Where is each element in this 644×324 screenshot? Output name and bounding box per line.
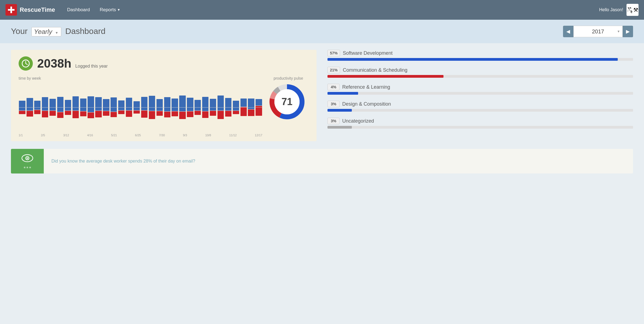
prev-year-button[interactable]: ◀ (563, 26, 573, 37)
bar-negative (210, 111, 216, 116)
stat-bar-fill (327, 58, 618, 61)
bar-positive (80, 99, 86, 111)
bar-positive (225, 98, 231, 111)
bar-positive (210, 99, 216, 111)
x-label: 11/12 (229, 134, 237, 137)
donut-chart: 71 (268, 83, 306, 121)
stat-bar-track (327, 92, 633, 95)
stats-container: 57% Software Development 21% Communicati… (327, 50, 633, 129)
banner-dot-3 (29, 167, 31, 168)
bar-negative (118, 111, 124, 114)
stat-name: Software Development (343, 50, 393, 56)
bar-negative (134, 111, 140, 114)
bar-positive (27, 98, 33, 111)
bar-positive (72, 96, 79, 111)
nav-right: Hello Jason! ⚒ (599, 4, 639, 16)
bar-positive (134, 101, 140, 110)
bar-negative (42, 111, 48, 117)
stat-row: 4% Reference & Learning (327, 84, 633, 95)
hours-summary: 2038h Logged this year (19, 56, 309, 71)
bar-positive (195, 100, 201, 111)
bar-negative (202, 111, 208, 118)
bar-positive (141, 97, 147, 110)
stat-name: Communication & Scheduling (343, 67, 407, 73)
tools-button[interactable]: ⚒ (626, 4, 639, 16)
logo: RescueTime (5, 4, 55, 16)
svg-line-4 (26, 63, 27, 65)
bar-negative (27, 111, 33, 117)
donut-section: productivity pulse (268, 76, 309, 121)
bar-negative (126, 111, 132, 117)
stat-header: 57% Software Development (327, 50, 633, 56)
period-selector-dropdown[interactable]: Yearly ▼ (31, 27, 61, 36)
banner-dot-1 (24, 167, 25, 168)
bar-negative (179, 112, 185, 119)
clock-icon (19, 56, 33, 71)
bar-positive (179, 96, 185, 111)
bar-positive (149, 96, 155, 111)
x-label: 3/12 (63, 134, 69, 137)
x-label: 10/8 (205, 134, 211, 137)
bar-negative (172, 111, 178, 116)
bar-negative (217, 111, 224, 119)
x-label: 9/3 (183, 134, 187, 137)
charts-row: time by week 1/12/53/124/165/216/257/309… (19, 76, 309, 137)
stat-header: 4% Reference & Learning (327, 84, 633, 90)
bar-negative (164, 112, 170, 117)
logo-icon (5, 4, 17, 16)
banner-icon-area (11, 149, 44, 173)
bar-positive (202, 97, 208, 111)
bar-positive (172, 99, 178, 111)
bar-positive (256, 99, 262, 106)
x-label: 7/30 (159, 134, 165, 137)
bar-positive (57, 97, 63, 112)
stat-header: 21% Communication & Scheduling (327, 67, 633, 73)
stat-header: 3% Uncategorized (327, 118, 633, 124)
stat-bar-track (327, 109, 633, 112)
bar-negative (95, 111, 101, 117)
x-label: 12/17 (255, 134, 262, 137)
stat-bar-fill (327, 92, 358, 95)
stat-percentage: 4% (327, 84, 340, 90)
bar-negative (187, 111, 193, 117)
bar-positive (95, 97, 101, 111)
banner-dots (24, 167, 31, 168)
bar-negative (65, 111, 71, 115)
bar-positive (42, 97, 48, 111)
bar-negative (111, 112, 117, 117)
bar-positive (240, 99, 247, 107)
right-panel: 57% Software Development 21% Communicati… (327, 50, 633, 141)
stat-bar-fill (327, 75, 443, 78)
bar-negative (233, 111, 239, 114)
bar-negative (50, 111, 56, 116)
bar-chart (19, 83, 262, 132)
stat-percentage: 3% (327, 101, 340, 107)
x-label: 6/25 (135, 134, 141, 137)
bar-negative (34, 110, 40, 114)
stat-bar-track (327, 58, 633, 61)
dashboard-grid: 2038h Logged this year time by week 1/12… (11, 50, 633, 141)
bar-negative (88, 112, 94, 118)
stat-name: Reference & Learning (342, 84, 390, 90)
hours-value: 2038h Logged this year (37, 57, 108, 70)
stat-row: 3% Uncategorized (327, 118, 633, 129)
svg-point-13 (27, 158, 28, 159)
bar-positive (187, 98, 193, 111)
bar-positive (88, 96, 94, 112)
x-label: 1/1 (19, 134, 23, 137)
stat-name: Design & Composition (342, 101, 391, 107)
nav-dashboard[interactable]: Dashboard (63, 5, 94, 15)
next-year-button[interactable]: ▶ (623, 26, 633, 37)
bar-positive (164, 97, 170, 111)
period-dropdown-arrow: ▼ (55, 31, 58, 35)
stat-percentage: 57% (327, 50, 340, 56)
nav-reports[interactable]: Reports ▼ (96, 5, 124, 15)
bar-negative (149, 111, 155, 119)
bar-negative (156, 111, 163, 116)
bar-positive (126, 98, 132, 110)
bar-positive (103, 99, 109, 111)
bar-positive (217, 96, 224, 111)
stat-bar-track (327, 75, 633, 78)
year-navigator: ◀ 2017 ▼ ▶ (563, 26, 633, 37)
navbar: RescueTime Dashboard Reports ▼ Hello Jas… (0, 0, 644, 20)
